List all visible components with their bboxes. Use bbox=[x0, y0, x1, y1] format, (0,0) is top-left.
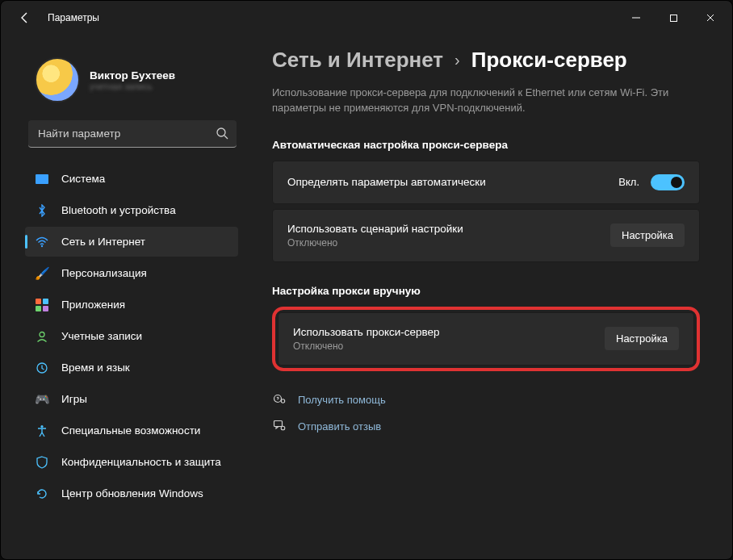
sidebar-item-privacy[interactable]: Конфиденциальность и защита bbox=[25, 447, 238, 477]
card-label: Определять параметры автоматически bbox=[287, 176, 486, 188]
arrow-left-icon bbox=[19, 11, 31, 24]
svg-line-3 bbox=[224, 136, 228, 139]
maximize-button[interactable] bbox=[655, 5, 692, 31]
autodetect-toggle[interactable] bbox=[651, 174, 685, 190]
wifi-icon bbox=[35, 235, 49, 249]
proxy-setup-button[interactable]: Настройка bbox=[605, 327, 679, 350]
bluetooth-icon bbox=[35, 203, 49, 218]
back-button[interactable] bbox=[14, 6, 36, 29]
footer-links: Получить помощь Отправить отзыв bbox=[272, 392, 700, 434]
profile-sub: учетная запись bbox=[90, 81, 175, 91]
sidebar-item-label: Приложения bbox=[61, 299, 125, 311]
sidebar-item-label: Время и язык bbox=[61, 361, 130, 374]
card-setup-script: Использовать сценарий настройки Отключен… bbox=[272, 209, 700, 262]
sidebar-item-label: Конфиденциальность и защита bbox=[61, 456, 221, 468]
sidebar-item-bluetooth[interactable]: Bluetooth и устройства bbox=[25, 195, 238, 225]
close-icon bbox=[706, 13, 715, 23]
breadcrumb-parent[interactable]: Сеть и Интернет bbox=[272, 48, 443, 73]
titlebar: Параметры bbox=[1, 1, 732, 35]
annotation-highlight: Использовать прокси-сервер Отключено Нас… bbox=[272, 307, 700, 371]
shield-icon bbox=[35, 455, 49, 470]
apps-icon bbox=[35, 298, 49, 312]
svg-point-4 bbox=[41, 244, 43, 246]
sidebar-item-label: Bluetooth и устройства bbox=[61, 204, 176, 216]
sidebar-item-system[interactable]: Система bbox=[25, 164, 238, 194]
sidebar-item-accessibility[interactable]: Специальные возможности bbox=[25, 416, 238, 445]
svg-point-7 bbox=[40, 424, 43, 427]
svg-rect-1 bbox=[670, 15, 676, 21]
sidebar-item-gaming[interactable]: 🎮 Игры bbox=[25, 384, 238, 414]
card-proxy-server: Использовать прокси-сервер Отключено Нас… bbox=[278, 312, 694, 366]
sidebar-item-personalization[interactable]: 🖌️ Персонализация bbox=[25, 258, 238, 288]
sidebar-item-label: Система bbox=[61, 173, 105, 185]
sidebar-item-label: Персонализация bbox=[61, 267, 147, 279]
sidebar-item-time[interactable]: Время и язык bbox=[25, 353, 238, 382]
page-title: Прокси-сервер bbox=[471, 48, 627, 73]
profile-name: Виктор Бухтеев bbox=[90, 69, 175, 81]
sidebar-item-label: Специальные возможности bbox=[61, 424, 200, 437]
clock-icon bbox=[35, 361, 49, 375]
svg-rect-10 bbox=[274, 420, 283, 426]
sidebar-item-label: Учетные записи bbox=[61, 330, 142, 342]
brush-icon: 🖌️ bbox=[35, 266, 49, 281]
svg-point-2 bbox=[217, 128, 225, 136]
feedback-icon bbox=[272, 419, 287, 434]
link-label: Отправить отзыв bbox=[298, 420, 381, 433]
card-sub: Отключено bbox=[293, 341, 440, 352]
sidebar-item-update[interactable]: Центр обновления Windows bbox=[25, 479, 238, 508]
sidebar: Виктор Бухтеев учетная запись Система bbox=[25, 35, 243, 508]
search-input[interactable] bbox=[28, 120, 237, 148]
setup-script-button[interactable]: Настройка bbox=[610, 224, 685, 247]
card-label: Использовать прокси-сервер bbox=[293, 326, 440, 338]
window-controls bbox=[618, 5, 729, 31]
page-description: Использование прокси-сервера для подключ… bbox=[272, 86, 692, 116]
svg-point-9 bbox=[281, 399, 284, 402]
monitor-icon bbox=[35, 172, 49, 186]
gamepad-icon: 🎮 bbox=[35, 392, 49, 407]
accessibility-icon bbox=[35, 424, 49, 438]
card-label: Использовать сценарий настройки bbox=[287, 223, 463, 235]
sidebar-item-label: Игры bbox=[61, 393, 87, 405]
minimize-button[interactable] bbox=[618, 5, 655, 31]
user-icon bbox=[35, 329, 49, 344]
maximize-icon bbox=[669, 14, 678, 23]
section-manual-title: Настройка прокси вручную bbox=[272, 285, 700, 297]
sidebar-item-apps[interactable]: Приложения bbox=[25, 290, 238, 320]
settings-window: Параметры Виктор Бухтеев учетная запись bbox=[0, 0, 733, 560]
window-title: Параметры bbox=[48, 12, 99, 23]
svg-point-5 bbox=[40, 332, 44, 336]
section-auto-title: Автоматическая настройка прокси-сервера bbox=[272, 139, 700, 151]
close-button[interactable] bbox=[692, 5, 729, 31]
give-feedback-link[interactable]: Отправить отзыв bbox=[272, 419, 700, 434]
card-sub: Отключено bbox=[287, 237, 463, 249]
sidebar-item-label: Сеть и Интернет bbox=[61, 236, 145, 248]
toggle-state: Вкл. bbox=[618, 176, 639, 188]
nav: Система Bluetooth и устройства Сеть и Ин… bbox=[25, 164, 243, 508]
minimize-icon bbox=[631, 13, 641, 23]
update-icon bbox=[35, 487, 49, 501]
sidebar-item-label: Центр обновления Windows bbox=[61, 487, 203, 499]
help-icon bbox=[272, 392, 287, 407]
card-autodetect: Определять параметры автоматически Вкл. bbox=[272, 161, 700, 204]
sidebar-item-accounts[interactable]: Учетные записи bbox=[25, 321, 238, 351]
link-label: Получить помощь bbox=[298, 394, 386, 406]
profile-block[interactable]: Виктор Бухтеев учетная запись bbox=[25, 57, 243, 102]
avatar bbox=[35, 57, 80, 102]
search-icon bbox=[216, 127, 228, 143]
main-content: Сеть и Интернет › Прокси-сервер Использо… bbox=[243, 35, 732, 508]
svg-point-11 bbox=[281, 426, 285, 430]
chevron-right-icon: › bbox=[454, 51, 460, 69]
breadcrumb: Сеть и Интернет › Прокси-сервер bbox=[272, 48, 700, 73]
search-wrap bbox=[28, 120, 237, 148]
get-help-link[interactable]: Получить помощь bbox=[272, 392, 700, 407]
sidebar-item-network[interactable]: Сеть и Интернет bbox=[25, 227, 238, 257]
